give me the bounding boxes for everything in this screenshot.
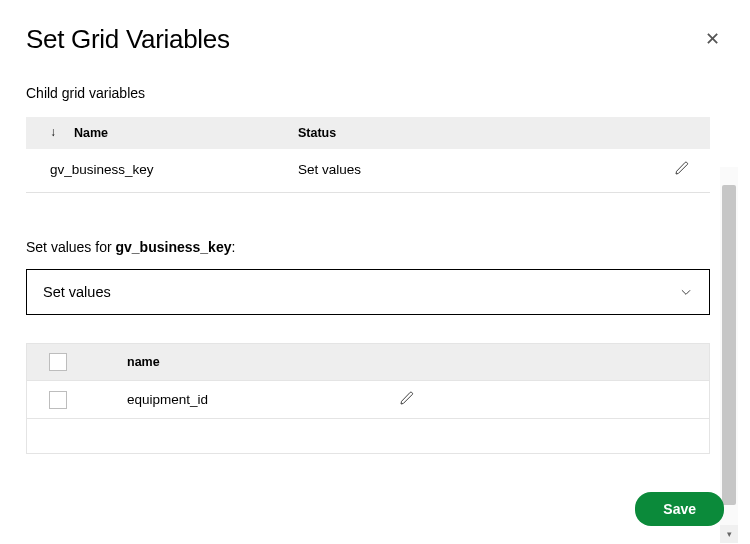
dialog-title: Set Grid Variables [26, 24, 230, 55]
dropdown-selected-value: Set values [43, 284, 111, 300]
cell-value-name: equipment_id [117, 381, 389, 419]
edit-icon[interactable] [674, 160, 690, 176]
set-values-variable: gv_business_key [116, 239, 232, 255]
dialog-footer: Save [635, 492, 724, 526]
section-child-grid-vars-label: Child grid variables [26, 85, 710, 101]
column-header-spacer [77, 344, 117, 381]
row-checkbox[interactable] [49, 391, 67, 409]
row-checkbox-cell [27, 381, 77, 419]
scroll-down-button[interactable]: ▾ [720, 525, 738, 543]
column-header-select-all [27, 344, 77, 381]
table-row[interactable]: gv_business_key Set values [26, 149, 710, 193]
set-values-heading: Set values for gv_business_key: [26, 239, 710, 255]
dialog-header: Set Grid Variables ✕ [26, 24, 724, 55]
column-header-name[interactable]: ↓ Name [26, 117, 276, 149]
child-grid-variables-table: ↓ Name Status gv_business_key Set values [26, 117, 710, 193]
set-values-suffix: : [231, 239, 235, 255]
close-icon[interactable]: ✕ [701, 30, 724, 48]
set-values-prefix: Set values for [26, 239, 116, 255]
scrollbar-thumb[interactable] [722, 185, 736, 505]
set-values-mode-dropdown[interactable]: Set values [26, 269, 710, 315]
cell-variable-name: gv_business_key [26, 149, 276, 193]
column-header-actions [650, 117, 710, 149]
column-header-name-label: name [127, 355, 160, 369]
set-grid-variables-dialog: Set Grid Variables ✕ Child grid variable… [0, 0, 750, 544]
table-row[interactable]: equipment_id [27, 381, 709, 419]
chevron-down-icon [679, 285, 693, 299]
column-header-status[interactable]: Status [276, 117, 650, 149]
table-row-empty [27, 419, 709, 453]
column-header-name[interactable]: name [117, 344, 389, 381]
values-table: name equipment_id [26, 343, 710, 454]
sort-descending-icon: ↓ [50, 125, 56, 139]
column-header-status-label: Status [298, 126, 336, 140]
row-spacer [77, 381, 117, 419]
cell-variable-status: Set values [276, 149, 650, 193]
column-header-name-label: Name [74, 126, 108, 140]
select-all-checkbox[interactable] [49, 353, 67, 371]
edit-icon[interactable] [399, 390, 415, 406]
column-header-actions [389, 344, 709, 381]
save-button[interactable]: Save [635, 492, 724, 526]
dialog-body: Child grid variables ↓ Name Status gv_bu… [26, 85, 724, 454]
